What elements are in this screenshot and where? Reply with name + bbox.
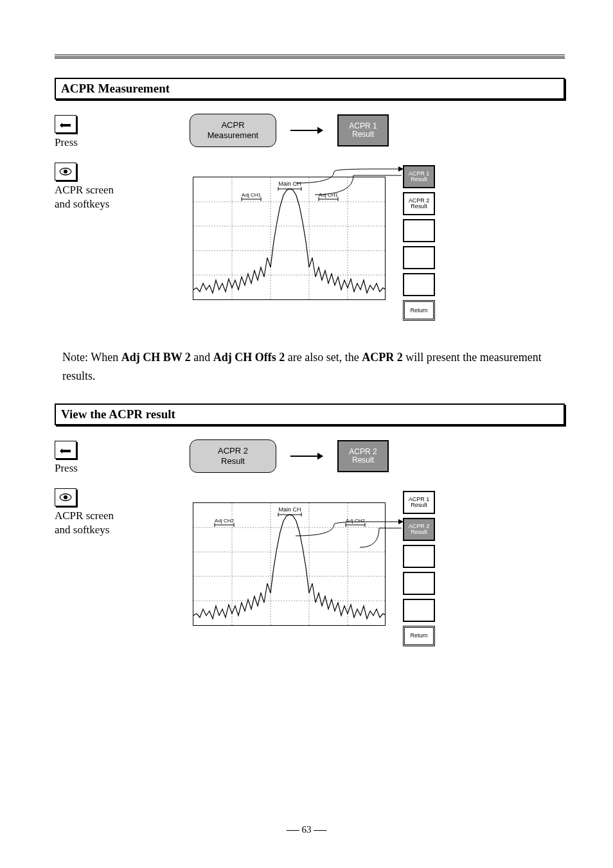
svg-text:Adj CH2: Adj CH2 <box>215 518 234 524</box>
arrow-right-icon <box>289 124 324 137</box>
side-softkeys: ACPR 1 Result ACPR 2 Result Return <box>403 491 435 646</box>
press-label: Press <box>55 461 190 475</box>
side-btn-empty-3[interactable] <box>403 599 435 622</box>
hand-icon <box>55 115 76 133</box>
screen-label: ACPR screen and softkeys <box>55 183 190 211</box>
eye-icon <box>55 488 76 506</box>
row-screen-1: ACPR screen and softkeys <box>55 161 565 332</box>
svg-point-27 <box>64 495 67 499</box>
softkey-acpr-measurement[interactable]: ACPR Measurement <box>190 114 276 147</box>
svg-marker-1 <box>317 127 323 134</box>
eye-icon <box>55 163 76 181</box>
softkey-line2: Measurement <box>208 130 258 141</box>
top-rule <box>55 55 565 58</box>
side-btn-empty-2[interactable] <box>403 246 435 269</box>
side-btn-empty-2[interactable] <box>403 572 435 595</box>
arrow-right-icon <box>289 450 324 463</box>
svg-text:Adj CH1: Adj CH1 <box>242 192 261 198</box>
connector-arrow-icon <box>296 164 405 196</box>
softkey-line1: ACPR 2 <box>218 446 248 456</box>
row-press-acpr2: Press ACPR 2 Result ACPR 2 Result <box>55 439 565 475</box>
row-screen-2: ACPR screen and softkeys <box>55 487 565 658</box>
side-btn-return[interactable]: Return <box>403 300 435 321</box>
side-btn-acpr2[interactable]: ACPR 2 Result <box>403 518 435 541</box>
result-button-acpr1[interactable]: ACPR 1 Result <box>337 114 389 146</box>
svg-marker-48 <box>398 519 404 524</box>
page-number: 63 <box>302 824 312 835</box>
section-header-view-acpr: View the ACPR result <box>55 403 565 425</box>
svg-marker-25 <box>317 452 323 459</box>
side-btn-acpr1[interactable]: ACPR 1 Result <box>403 165 435 188</box>
side-btn-acpr1[interactable]: ACPR 1 Result <box>403 491 435 514</box>
result-button-line2: Result <box>352 456 374 465</box>
result-button-line2: Result <box>352 130 374 139</box>
page-footer: — 63 — <box>0 822 613 837</box>
row-press-acpr: Press ACPR Measurement ACPR 1 Result <box>55 114 565 150</box>
screen-label: ACPR screen and softkeys <box>55 509 190 537</box>
side-btn-empty-1[interactable] <box>403 219 435 242</box>
connector-arrow-icon <box>296 517 405 549</box>
svg-marker-23 <box>398 166 404 172</box>
section-header-acpr-measurement: ACPR Measurement <box>55 78 565 100</box>
side-btn-empty-1[interactable] <box>403 545 435 568</box>
result-button-acpr2[interactable]: ACPR 2 Result <box>337 440 389 472</box>
result-button-line1: ACPR 2 <box>349 448 377 456</box>
softkey-acpr2-result[interactable]: ACPR 2 Result <box>190 439 276 473</box>
note-text: Note: When Adj CH BW 2 and Adj CH Offs 2… <box>62 348 565 385</box>
svg-point-3 <box>64 170 67 173</box>
hand-icon <box>55 441 76 459</box>
softkey-line1: ACPR <box>221 120 244 130</box>
side-btn-empty-3[interactable] <box>403 273 435 296</box>
side-btn-acpr2[interactable]: ACPR 2 Result <box>403 192 435 215</box>
side-softkeys: ACPR 1 Result ACPR 2 Result Return <box>403 165 435 321</box>
side-btn-return[interactable]: Return <box>403 626 435 646</box>
press-label: Press <box>55 136 190 150</box>
svg-text:Main CH: Main CH <box>278 506 301 513</box>
softkey-line2: Result <box>221 456 245 466</box>
